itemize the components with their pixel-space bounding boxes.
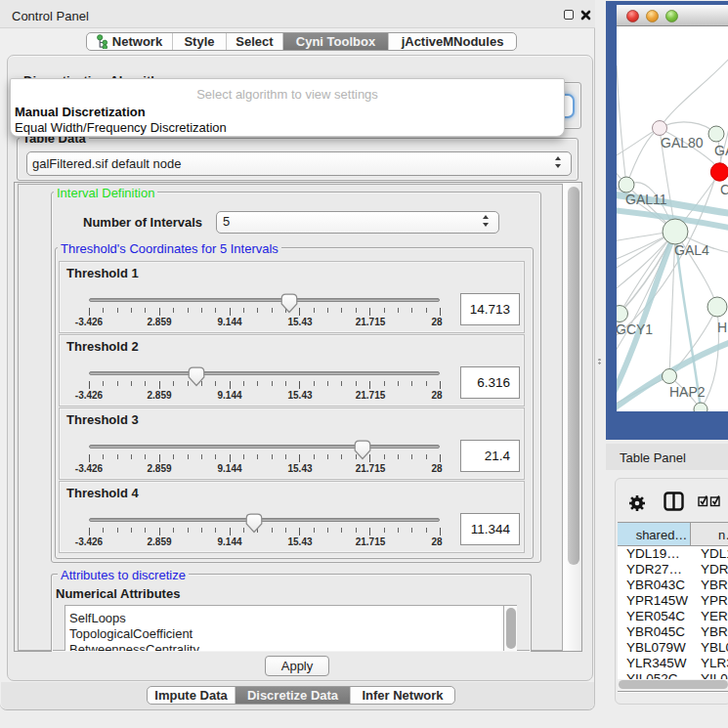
svg-text:C: C [720,182,728,197]
svg-text:HAP2: HAP2 [669,384,706,400]
svg-text:H: H [717,320,727,335]
svg-text:GAL4: GAL4 [674,242,709,258]
svg-text:GA: GA [714,143,728,158]
svg-text:GAL11: GAL11 [625,192,667,207]
svg-text:GCY1: GCY1 [617,321,653,337]
svg-text:GAL80: GAL80 [661,135,704,150]
